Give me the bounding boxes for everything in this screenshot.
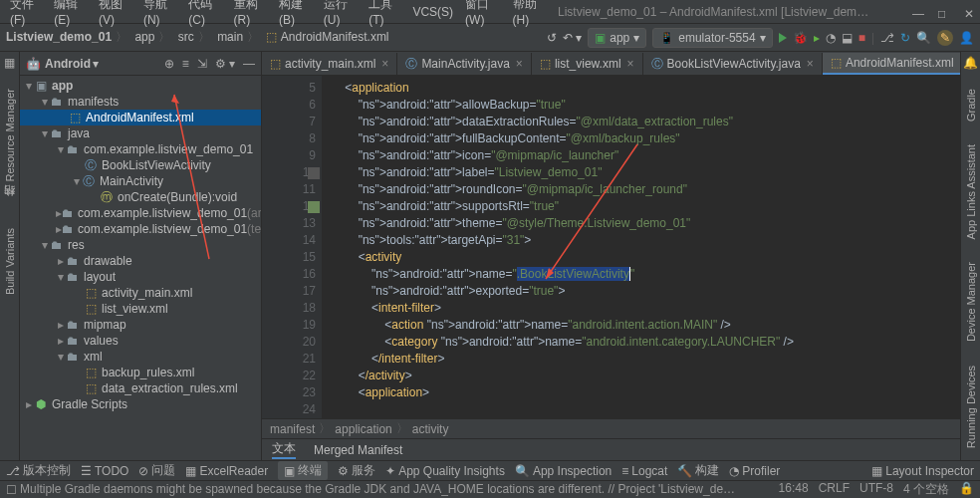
attach-debugger-icon[interactable]: ⬓ xyxy=(842,31,853,45)
maximize-icon[interactable]: □ xyxy=(932,5,946,19)
readonly-icon[interactable]: 🔒 xyxy=(959,481,974,498)
project-tool-window: 🤖 Android ▾ ⊕ ≡ ⇲ ⚙ ▾ — ▾▣app ▾🖿manifest… xyxy=(20,52,262,460)
status-time: 16:48 xyxy=(779,481,809,498)
menu-code[interactable]: 代码(C) xyxy=(182,0,227,29)
app-links-tab[interactable]: App Links Assistant xyxy=(965,140,977,243)
back-icon[interactable]: ↶ ▾ xyxy=(563,31,582,45)
tab-mainactivity[interactable]: ⒸMainActivity.java× xyxy=(397,53,532,75)
logcat-tool[interactable]: ≡ Logcat xyxy=(621,464,667,478)
minimize-icon[interactable]: — xyxy=(906,5,920,19)
code-editor[interactable]: <application "ns">android:"attr">allowBa… xyxy=(322,76,960,418)
status-indent[interactable]: 4 个空格 xyxy=(903,481,949,498)
services-tool[interactable]: ⚙ 服务 xyxy=(338,462,375,479)
menu-edit[interactable]: 编辑(E) xyxy=(48,0,93,29)
tab-listview-xml[interactable]: ⬚list_view.xml× xyxy=(532,53,643,75)
settings-icon[interactable]: ✎ xyxy=(937,30,953,46)
android-icon: 🤖 xyxy=(26,57,41,71)
gutter-icon-image[interactable] xyxy=(306,198,322,215)
tree-item-manifest[interactable]: ⬚AndroidManifest.xml xyxy=(20,110,261,125)
menu-file[interactable]: 文件(F) xyxy=(4,0,48,29)
device-manager-tab[interactable]: Device Manager xyxy=(965,258,977,346)
build-tool[interactable]: 🔨 构建 xyxy=(677,462,719,479)
run-button[interactable] xyxy=(779,33,787,43)
status-message: Multiple Gradle daemons might be spawned… xyxy=(20,481,737,498)
avatar-icon[interactable]: 👤 xyxy=(959,31,974,45)
status-line-sep[interactable]: CRLF xyxy=(819,481,850,498)
tool-window-bar: ⎇ 版本控制 ☰ TODO ⊘ 问题 ▦ ExcelReader ▣ 终端 ⚙ … xyxy=(0,460,980,480)
tab-manifest[interactable]: ⬚AndroidManifest.xml× xyxy=(823,53,960,75)
status-encoding[interactable]: UTF-8 xyxy=(859,481,893,498)
tab-booklistview[interactable]: ⒸBookListViewActivity.java× xyxy=(643,53,823,75)
right-tool-strip: 🔔 Gradle App Links Assistant Device Mana… xyxy=(960,52,980,460)
menu-view[interactable]: 视图(V) xyxy=(93,0,137,29)
menu-tools[interactable]: 工具(T) xyxy=(363,0,406,29)
tab-activity-main[interactable]: ⬚activity_main.xml× xyxy=(262,53,397,75)
notifications-icon[interactable]: 🔔 xyxy=(963,56,978,70)
menu-help[interactable]: 帮助(H) xyxy=(507,0,552,29)
todo-tool[interactable]: ☰ TODO xyxy=(81,464,128,478)
menu-vcs[interactable]: VCS(S) xyxy=(406,3,459,21)
inspection-tool[interactable]: 🔍 App Inspection xyxy=(515,464,612,478)
problems-tool[interactable]: ⊘ 问题 xyxy=(138,462,175,479)
device-selector[interactable]: 📱emulator-5554▾ xyxy=(652,28,772,48)
close-icon[interactable]: ✕ xyxy=(958,5,972,19)
settings-gear-icon[interactable]: ⚙ ▾ xyxy=(215,57,235,71)
git-icon[interactable]: ⎇ xyxy=(880,31,894,45)
design-tabs: 文本 Merged Manifest xyxy=(262,438,960,460)
editor-tabs: ⬚activity_main.xml× ⒸMainActivity.java× … xyxy=(262,52,960,76)
text-tab[interactable]: 文本 xyxy=(272,440,296,459)
menu-build[interactable]: 构建(B) xyxy=(273,0,318,29)
coverage-button[interactable]: ▸ xyxy=(814,31,820,45)
editor-breadcrumb[interactable]: manifest〉 application〉 activity xyxy=(262,418,960,438)
build-variants-tab[interactable]: Build Variants xyxy=(4,224,16,299)
select-opened-file-icon[interactable]: ⊕ xyxy=(164,57,174,71)
profiler-tool[interactable]: ◔ Profiler xyxy=(729,464,780,478)
merged-manifest-tab[interactable]: Merged Manifest xyxy=(314,443,402,457)
excel-tool[interactable]: ▦ ExcelReader xyxy=(185,464,268,478)
project-tree[interactable]: ▾▣app ▾🖿manifests ⬚AndroidManifest.xml ▾… xyxy=(20,76,261,460)
resource-manager-tab[interactable]: Resource Manager xyxy=(4,85,16,186)
hide-icon[interactable]: — xyxy=(243,57,255,71)
event-log-icon[interactable]: ☐ xyxy=(6,483,17,497)
expand-all-icon[interactable]: ≡ xyxy=(182,57,189,71)
breadcrumb[interactable]: Listview_demo_01〉 app〉 src〉 main〉 ⬚ Andr… xyxy=(6,29,389,46)
gutter-icon-image[interactable] xyxy=(306,164,322,181)
menu-window[interactable]: 窗口(W) xyxy=(459,0,507,29)
menu-run[interactable]: 运行(U) xyxy=(318,0,363,29)
menu-nav[interactable]: 导航(N) xyxy=(137,0,182,29)
left-tool-strip: ▦ Resource Manager 结构 Build Variants xyxy=(0,52,20,460)
running-devices-tab[interactable]: Running Devices xyxy=(965,362,977,452)
menu-refactor[interactable]: 重构(R) xyxy=(228,0,273,29)
terminal-tool[interactable]: ▣ 终端 xyxy=(278,461,328,480)
update-icon[interactable]: ↻ xyxy=(900,31,910,45)
project-view-label[interactable]: Android xyxy=(45,57,91,71)
sync-icon[interactable]: ↺ xyxy=(547,31,557,45)
stop-button[interactable]: ■ xyxy=(858,31,865,45)
structure-tab[interactable]: 结构 xyxy=(2,201,17,209)
window-title: Listview_demo_01 – AndroidManifest.xml [… xyxy=(552,3,876,21)
profile-button[interactable]: ◔ xyxy=(826,31,836,45)
editor-area: ⬚activity_main.xml× ⒸMainActivity.java× … xyxy=(262,52,960,460)
status-bar: ☐ Multiple Gradle daemons might be spawn… xyxy=(0,480,980,498)
collapse-all-icon[interactable]: ⇲ xyxy=(197,57,207,71)
project-tool-button[interactable]: ▦ xyxy=(4,56,15,70)
layout-inspector-tool[interactable]: ▦ Layout Inspector xyxy=(871,464,974,478)
quality-tool[interactable]: ✦ App Quality Insights xyxy=(385,464,505,478)
vcs-tool[interactable]: ⎇ 版本控制 xyxy=(6,462,71,479)
search-icon[interactable]: 🔍 xyxy=(916,31,931,45)
gradle-tab[interactable]: Gradle xyxy=(965,85,977,125)
menu-bar: 文件(F) 编辑(E) 视图(V) 导航(N) 代码(C) 重构(R) 构建(B… xyxy=(0,0,980,24)
debug-button[interactable]: 🐞 xyxy=(793,31,808,45)
run-config-selector[interactable]: ▣app▾ xyxy=(588,28,646,48)
